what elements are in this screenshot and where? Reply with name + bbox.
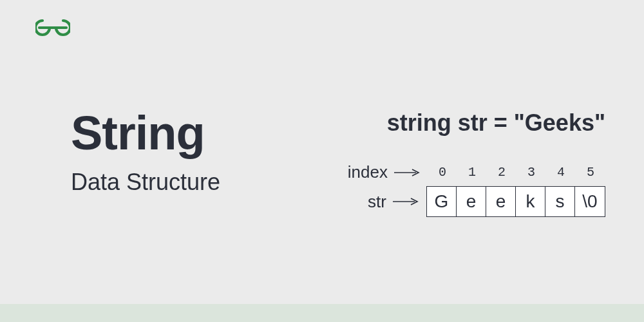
index-cell: 4	[546, 165, 576, 180]
index-cells: 0 1 2 3 4 5	[428, 165, 605, 180]
index-row: index 0 1 2 3 4 5	[348, 162, 605, 182]
footer-band	[0, 304, 644, 322]
page-title: String	[71, 109, 220, 157]
code-declaration: string str = "Geeks"	[328, 109, 605, 137]
arrow-icon	[393, 168, 421, 177]
brand-logo	[35, 18, 70, 40]
heading-block: String Data Structure	[71, 109, 220, 196]
str-row: str G e e k s \0	[368, 186, 605, 217]
char-cell: G	[427, 187, 457, 216]
array-table: index 0 1 2 3 4 5 str	[328, 162, 605, 217]
index-cell: 2	[487, 165, 516, 180]
index-cell: 5	[576, 165, 605, 180]
char-cell: e	[457, 187, 486, 216]
page-subtitle: Data Structure	[71, 169, 220, 196]
char-cells: G e e k s \0	[426, 186, 605, 217]
str-label: str	[368, 192, 386, 212]
arrow-icon	[392, 197, 420, 206]
diagram-block: string str = "Geeks" index 0 1 2 3 4 5 s…	[328, 109, 605, 217]
char-cell: \0	[575, 187, 605, 216]
index-cell: 0	[428, 165, 457, 180]
index-cell: 1	[457, 165, 487, 180]
char-cell: k	[516, 187, 545, 216]
char-cell: s	[545, 187, 575, 216]
index-label: index	[348, 162, 388, 182]
index-cell: 3	[516, 165, 546, 180]
char-cell: e	[486, 187, 516, 216]
